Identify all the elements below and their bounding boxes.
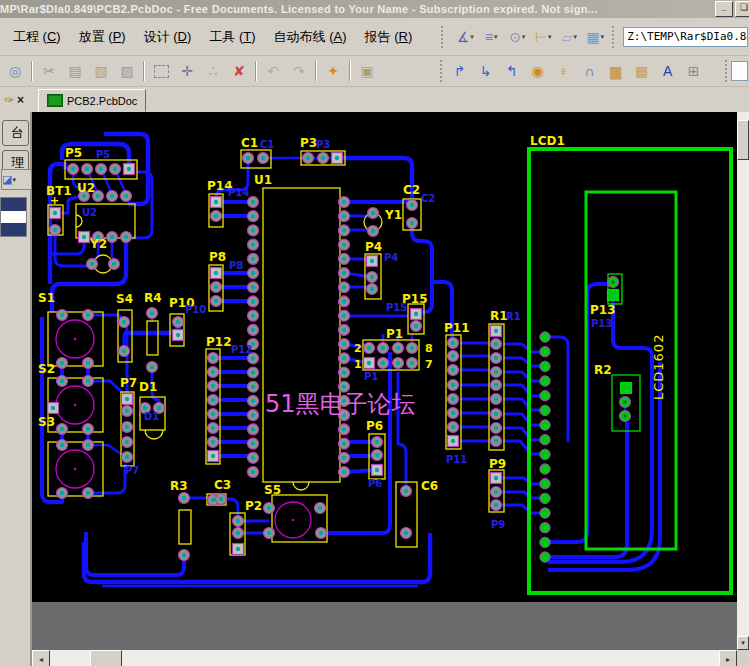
pad[interactable] (540, 508, 550, 518)
paste-special-icon[interactable]: ▨ (114, 60, 140, 82)
menu-r[interactable]: 报告 (R) (358, 25, 420, 49)
pcb-canvas[interactable]: LCD1LCD1602P5P5U2U2BT1+Y2S1S2S3S4R4P10P1… (32, 112, 737, 650)
list-item[interactable] (1, 211, 26, 223)
undo-icon[interactable]: ↶ (260, 60, 286, 82)
pad-tool-icon[interactable]: ◉ (525, 60, 551, 82)
via-tool-icon[interactable]: ♀ (551, 60, 577, 82)
pad-hole (60, 491, 64, 495)
menu-c[interactable]: 工程 (C) (6, 25, 68, 49)
select-rect-icon[interactable] (148, 60, 174, 82)
pad[interactable] (540, 332, 550, 342)
menu-d[interactable]: 设计 (D) (137, 25, 199, 49)
zoom-filter-icon[interactable]: ◎ (2, 60, 28, 82)
pad-hole (211, 440, 215, 444)
component-P9[interactable]: P9P9 (489, 457, 506, 530)
pad[interactable] (540, 420, 550, 430)
component-P6[interactable]: P6P6 (366, 419, 385, 489)
toolbar-grip[interactable] (612, 26, 619, 48)
diff-pair-icon[interactable]: ↰ (499, 60, 525, 82)
pad[interactable] (540, 464, 550, 474)
menu-a[interactable]: 自动布线 (A) (267, 25, 354, 49)
pad-hole (451, 439, 455, 443)
toolbar-standard: ◎✂▤▧▨✛∴✘↶↷✦▣ ↱↳↰◉♀∩▆▩A⊞ (0, 56, 749, 87)
component-comment: P8 (229, 260, 243, 271)
side-panel-list[interactable] (0, 197, 27, 237)
pad[interactable] (608, 290, 619, 301)
component-tool-icon[interactable]: ⊞ (681, 60, 707, 82)
paste-icon[interactable]: ▧ (88, 60, 114, 82)
pad[interactable] (540, 376, 550, 386)
pad-hole (494, 397, 498, 401)
pad[interactable] (540, 552, 550, 562)
pad[interactable] (540, 537, 550, 547)
pad[interactable] (540, 434, 550, 444)
pad-hole (451, 397, 455, 401)
pad-hole (342, 313, 346, 317)
toolbar-separator (143, 61, 145, 81)
pad[interactable] (540, 493, 550, 503)
scroll-left-button[interactable]: ◂ (32, 650, 50, 666)
toolbar-wiring: ↱↳↰◉♀∩▆▩A⊞ (447, 60, 707, 82)
fill-tool-icon[interactable]: ▆ (603, 60, 629, 82)
list-item[interactable] (1, 198, 26, 211)
cut-icon[interactable]: ✂ (36, 60, 62, 82)
empty-combo[interactable] (731, 61, 748, 81)
title-bar: MP\Rar$DIa0.849\PCB2.PcbDoc - Free Docum… (0, 0, 749, 18)
redo-icon[interactable]: ↷ (286, 60, 312, 82)
menu-t[interactable]: 工具 (T) (202, 25, 262, 49)
pad[interactable] (540, 523, 550, 533)
interactive-routing-icon[interactable]: ↱ (447, 60, 473, 82)
pad-hole (370, 287, 374, 291)
arc-tool-icon[interactable]: ∩ (577, 60, 603, 82)
pad[interactable] (540, 390, 550, 400)
align-tool-icon[interactable]: ≡▾ (478, 26, 504, 48)
restore-button[interactable]: ❏ (735, 1, 749, 17)
list-item[interactable] (1, 223, 26, 236)
clear-filter-icon[interactable]: ✘ (226, 60, 252, 82)
room-tool-icon[interactable]: ▱▾ (556, 26, 582, 48)
string-tool-icon[interactable]: A (655, 60, 681, 82)
panel-close-icon[interactable]: × (17, 93, 24, 107)
pad-hole (451, 411, 455, 415)
h-scroll-track[interactable] (50, 650, 719, 666)
document-path-combo[interactable]: Z:\TEMP\Rar$DIa0.849 (623, 27, 748, 47)
side-panel-dropdown[interactable]: ◪ ▾ (1, 169, 32, 190)
minimize-button[interactable]: _ (715, 1, 733, 17)
scroll-down-button[interactable]: ▾ (737, 636, 749, 650)
toolbar-grip[interactable] (725, 60, 728, 82)
tab-pcb2-pcbdoc[interactable]: PCB2.PcbDoc (38, 89, 146, 112)
toolbar-standard-left: ◎✂▤▧▨✛∴✘↶↷✦▣ (0, 60, 380, 82)
pad-hole (143, 406, 147, 410)
find-similar-icon[interactable]: ⊙▾ (504, 26, 530, 48)
grid-tool-icon[interactable]: ▦▾ (582, 26, 608, 48)
move-icon[interactable]: ✛ (174, 60, 200, 82)
polygon-tool-icon[interactable]: ▩ (629, 60, 655, 82)
pad[interactable] (540, 361, 550, 371)
wand-icon[interactable]: ✦ (320, 60, 346, 82)
pad[interactable] (540, 479, 550, 489)
v-scrollbar[interactable]: ▾ (737, 112, 749, 666)
toolbar-grip[interactable] (441, 26, 448, 48)
side-panel-button-1[interactable]: 台 (2, 120, 29, 146)
copy-icon[interactable]: ▤ (62, 60, 88, 82)
pad[interactable] (540, 405, 550, 415)
button-center (292, 519, 295, 522)
pcb-doc-icon (47, 94, 63, 107)
menu-p[interactable]: 放置 (P) (72, 25, 133, 49)
find-chip-icon[interactable]: ▣ (354, 60, 380, 82)
auto-hide-pin-icon[interactable]: ✑ (4, 93, 14, 107)
measure-tool-icon[interactable]: ∡▾ (452, 26, 478, 48)
pad[interactable] (540, 449, 550, 459)
designator: P4 (365, 240, 382, 254)
dimension-tool-icon[interactable]: ⊢▾ (530, 26, 556, 48)
dimension-tool-icon: ⊢ (535, 29, 547, 45)
v-scroll-thumb[interactable] (737, 120, 749, 160)
scroll-right-button[interactable]: ▸ (719, 650, 737, 666)
toolbar-grip[interactable] (440, 60, 443, 82)
h-scroll-thumb[interactable] (90, 650, 122, 666)
deselect-icon[interactable]: ∴ (200, 60, 226, 82)
route-track-icon[interactable]: ↳ (473, 60, 499, 82)
h-scrollbar[interactable]: ◂ ▸ (32, 650, 737, 666)
pad[interactable] (621, 383, 632, 394)
pad[interactable] (540, 346, 550, 356)
